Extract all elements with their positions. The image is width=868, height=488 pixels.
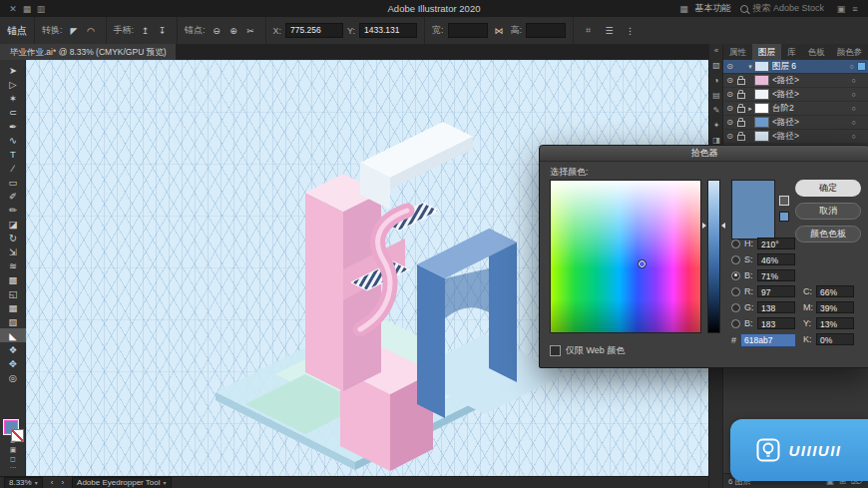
visibility-eye-icon[interactable]: ⊙ — [723, 76, 736, 85]
layer-row[interactable]: ⊙<路径>○ — [723, 88, 868, 102]
remove-anchor-icon[interactable]: ⊖ — [210, 23, 224, 38]
ok-button[interactable]: 确定 — [795, 180, 861, 197]
color-spectrum-field[interactable] — [550, 180, 701, 333]
draw-behind-icon[interactable]: ▣ — [10, 446, 17, 454]
color-swatches-button[interactable]: 颜色色板 — [795, 226, 861, 243]
stock-search[interactable]: 搜索 Adobe Stock — [740, 2, 824, 15]
panel-tab-色板[interactable]: 色板 — [802, 44, 831, 60]
line-segment-tool[interactable]: ∕ — [0, 161, 26, 175]
draw-normal-icon[interactable]: ▱ — [10, 437, 15, 445]
width-input[interactable] — [448, 23, 488, 38]
convert-to-smooth-icon[interactable]: ◠ — [84, 23, 99, 38]
cancel-button[interactable]: 取消 — [795, 203, 861, 220]
rectangle-tool[interactable]: ▭ — [0, 175, 26, 189]
free-transform-tool[interactable]: ▩ — [0, 272, 26, 286]
lock-cell[interactable] — [736, 90, 746, 99]
out-of-web-cube-icon[interactable] — [779, 196, 789, 206]
cut-path-icon[interactable]: ✂ — [243, 23, 258, 38]
zoom-tool[interactable]: ◎ — [0, 370, 26, 384]
radio-B[interactable] — [731, 271, 740, 280]
menu-icon[interactable]: ≡ — [848, 4, 862, 14]
field-value-input[interactable]: 138 — [757, 301, 795, 313]
link-dimensions-icon[interactable]: ⋈ — [492, 23, 507, 38]
gradient-tool[interactable]: ▨ — [0, 314, 26, 328]
panel-tab-图层[interactable]: 图层 — [752, 44, 781, 60]
radio-B[interactable] — [731, 319, 740, 328]
layer-row[interactable]: ⊙<路径>○ — [723, 130, 868, 144]
field-value-input[interactable]: 13% — [816, 317, 854, 329]
mesh-tool[interactable]: ▦ — [0, 300, 26, 314]
eraser-tool[interactable]: ◪ — [0, 217, 26, 231]
curvature-tool[interactable]: ∿ — [0, 133, 26, 147]
slider-marker-right-icon[interactable] — [721, 223, 725, 229]
width-tool[interactable]: ≋ — [0, 258, 26, 272]
isometric-artwork[interactable] — [156, 75, 595, 474]
closest-web-color-swatch[interactable] — [779, 212, 789, 222]
target-circle-icon[interactable]: ○ — [849, 105, 858, 112]
magic-wand-tool[interactable]: ✶ — [0, 91, 26, 105]
field-value-input[interactable]: 0% — [816, 333, 854, 345]
add-anchor-icon[interactable]: ⊕ — [226, 23, 241, 38]
hex-input[interactable]: 618ab7 — [740, 333, 796, 347]
lasso-tool[interactable]: ⊂ — [0, 105, 26, 119]
show-handles-icon[interactable]: ↥ — [138, 23, 153, 38]
visibility-eye-icon[interactable]: ⊙ — [723, 90, 736, 99]
draw-inside-icon[interactable]: ◻ — [10, 455, 16, 463]
hide-handles-icon[interactable]: ↧ — [155, 23, 170, 38]
field-value-input[interactable]: 46% — [757, 253, 795, 265]
workspace-switcher[interactable]: ▦ 基本功能 — [676, 2, 730, 15]
blend-tool[interactable]: ❖ — [0, 342, 26, 356]
visibility-eye-icon[interactable]: ⊙ — [723, 132, 736, 141]
panel-tab-颜色参[interactable]: 颜色参 — [831, 44, 868, 60]
arrange-icon[interactable]: ▣ — [834, 4, 848, 14]
panel-tab-库[interactable]: 库 — [781, 44, 802, 60]
radio-G[interactable] — [731, 303, 740, 312]
toolbar-more-icon[interactable]: ⋯ — [10, 464, 17, 472]
lock-cell[interactable] — [736, 76, 746, 85]
document-tab[interactable]: 毕业作业.ai* @ 8.33% (CMYK/GPU 预览) — [0, 44, 176, 60]
field-value-input[interactable]: 97 — [757, 285, 795, 297]
shape-builder-tool[interactable]: ◱ — [0, 286, 26, 300]
radio-R[interactable] — [731, 287, 740, 296]
slider-marker-left-icon[interactable] — [702, 223, 706, 229]
type-tool[interactable]: T — [0, 147, 26, 161]
convert-to-corner-icon[interactable]: ◤ — [67, 23, 82, 38]
lock-cell[interactable] — [736, 118, 746, 127]
snap-grid-icon[interactable]: ⌗ — [581, 23, 596, 38]
eyedropper-tool[interactable]: ◣ — [0, 328, 26, 342]
brightness-slider[interactable] — [707, 180, 720, 333]
field-value-input[interactable]: 39% — [816, 301, 854, 313]
pencil-tool[interactable]: ✏ — [0, 203, 26, 217]
dialog-title-bar[interactable]: 拾色器 — [540, 146, 868, 162]
visibility-eye-icon[interactable]: ⊙ — [723, 62, 736, 71]
layer-row[interactable]: ⊙<路径>○ — [723, 74, 868, 88]
layout-icon[interactable]: ▥ — [34, 4, 48, 14]
target-circle-icon[interactable]: ○ — [849, 91, 858, 98]
target-circle-icon[interactable]: ○ — [849, 133, 858, 140]
visibility-eye-icon[interactable]: ⊙ — [723, 118, 736, 127]
x-input[interactable]: 775.256 — [285, 23, 343, 38]
web-colors-checkbox[interactable] — [550, 345, 561, 356]
panel-tab-属性[interactable]: 属性 — [723, 44, 752, 60]
pen-tool[interactable]: ✒ — [0, 119, 26, 133]
zoom-selector[interactable]: 8.33% ▾ — [4, 477, 43, 488]
spectrum-marker[interactable] — [638, 259, 647, 268]
disclosure-icon[interactable]: ▾ — [746, 63, 754, 71]
radio-S[interactable] — [731, 255, 740, 264]
lock-cell[interactable] — [736, 132, 746, 141]
grid-icon[interactable]: ▦ — [20, 4, 34, 14]
hand-tool[interactable]: ✥ — [0, 356, 26, 370]
radio-H[interactable] — [731, 240, 740, 248]
field-value-input[interactable]: 210° — [757, 238, 795, 249]
rotate-tool[interactable]: ↻ — [0, 231, 26, 244]
layer-row[interactable]: ⊙<路径>○ — [723, 116, 868, 130]
field-value-input[interactable]: 183 — [757, 317, 795, 329]
layer-row[interactable]: ⊙▸台阶2○ — [723, 102, 868, 116]
y-input[interactable]: 1433.131 — [359, 23, 417, 38]
status-tool-selector[interactable]: Adobe Eyedropper Tool ▾ — [72, 477, 171, 488]
options-icon[interactable]: ☰ — [602, 23, 617, 38]
direct-selection-tool[interactable]: ▷ — [0, 77, 26, 91]
close-icon[interactable]: ✕ — [6, 4, 20, 14]
visibility-eye-icon[interactable]: ⊙ — [723, 104, 736, 113]
lock-cell[interactable] — [736, 104, 746, 113]
